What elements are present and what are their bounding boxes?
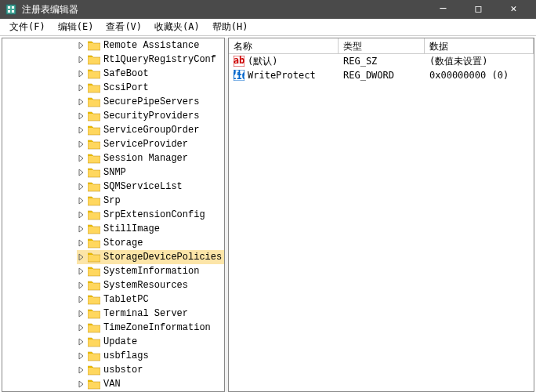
tree-item-label: Srp <box>103 195 121 206</box>
expand-icon[interactable] <box>77 351 86 361</box>
list-row[interactable]: ab(默认)REG_SZ(数值未设置) <box>229 54 534 68</box>
minimize-button[interactable]: ─ <box>426 0 461 19</box>
expand-icon[interactable] <box>77 69 86 78</box>
expand-icon[interactable] <box>77 97 86 107</box>
close-button[interactable]: ✕ <box>496 0 531 19</box>
tree-item[interactable]: ScsiPort <box>77 81 224 95</box>
tree-item[interactable]: VAN <box>77 377 224 391</box>
maximize-button[interactable]: □ <box>461 0 496 19</box>
tree-item[interactable]: TabletPC <box>77 292 224 307</box>
tree-item-label: StorageDevicePolicies <box>103 252 222 263</box>
expand-icon[interactable] <box>77 379 86 389</box>
expand-icon[interactable] <box>77 238 86 248</box>
value-name: WriteProtect <box>248 70 316 81</box>
expand-icon[interactable] <box>77 154 86 163</box>
expand-icon[interactable] <box>77 55 86 64</box>
folder-icon <box>88 252 100 263</box>
tree-item[interactable]: SrpExtensionConfig <box>77 208 224 222</box>
expand-icon[interactable] <box>77 323 86 332</box>
column-data[interactable]: 数据 <box>425 38 534 53</box>
tree-item-label: usbflags <box>103 350 149 361</box>
folder-icon <box>88 125 100 136</box>
menu-favorites[interactable]: 收藏夹(A) <box>148 19 206 35</box>
tree-item-label: SQMServiceList <box>103 181 183 192</box>
tree-item[interactable]: StillImage <box>77 222 224 236</box>
folder-icon <box>88 308 100 319</box>
expand-icon[interactable] <box>77 224 86 234</box>
tree-item[interactable]: StorageDevicePolicies <box>77 250 224 264</box>
tree-item-label: Session Manager <box>103 153 188 164</box>
tree-item[interactable]: RtlQueryRegistryConf <box>77 53 224 67</box>
folder-icon <box>88 181 100 192</box>
value-data: (数值未设置) <box>425 54 534 69</box>
tree-item[interactable]: ServiceProvider <box>77 137 224 151</box>
value-type: REG_SZ <box>339 55 425 67</box>
menu-view[interactable]: 查看(V) <box>100 19 148 35</box>
folder-icon <box>88 167 100 178</box>
tree-item[interactable]: SNMP <box>77 165 224 180</box>
expand-icon[interactable] <box>77 41 86 50</box>
folder-icon <box>88 336 100 347</box>
menu-help[interactable]: 帮助(H) <box>206 19 255 35</box>
tree-item-label: Storage <box>103 238 143 249</box>
tree-item-label: ServiceGroupOrder <box>103 125 199 136</box>
tree-item[interactable]: usbstor <box>77 363 224 377</box>
tree-item-label: ScsiPort <box>103 82 149 93</box>
expand-icon[interactable] <box>77 295 86 304</box>
tree-item[interactable]: SystemResources <box>77 278 224 292</box>
tree-item[interactable]: ServiceGroupOrder <box>77 123 224 137</box>
tree-item[interactable]: SecurityProviders <box>77 109 224 123</box>
tree-item[interactable]: SQMServiceList <box>77 180 224 194</box>
tree-item-label: RtlQueryRegistryConf <box>103 54 216 65</box>
tree-item-label: SystemResources <box>103 280 188 291</box>
expand-icon[interactable] <box>77 281 86 290</box>
folder-icon <box>88 266 100 277</box>
expand-icon[interactable] <box>77 111 86 121</box>
string-value-icon: ab <box>234 56 244 67</box>
expand-icon[interactable] <box>77 252 86 262</box>
expand-icon[interactable] <box>77 140 86 149</box>
column-type[interactable]: 类型 <box>339 38 425 53</box>
tree-item[interactable]: usbflags <box>77 349 224 363</box>
tree-item[interactable]: Remote Assistance <box>77 38 224 53</box>
folder-icon <box>88 238 100 249</box>
expand-icon[interactable] <box>77 83 86 93</box>
list-row[interactable]: 011110WriteProtectREG_DWORD0x00000000 (0… <box>229 68 534 82</box>
tree-item[interactable]: TimeZoneInformation <box>77 321 224 335</box>
expand-icon[interactable] <box>77 168 86 177</box>
folder-icon <box>88 223 100 234</box>
tree-item[interactable]: Session Manager <box>77 151 224 165</box>
folder-icon <box>88 195 100 206</box>
menu-edit[interactable]: 编辑(E) <box>52 19 100 35</box>
expand-icon[interactable] <box>77 337 86 347</box>
expand-icon[interactable] <box>77 210 86 220</box>
titlebar[interactable]: 注册表编辑器 ─ □ ✕ <box>0 0 536 19</box>
expand-icon[interactable] <box>77 309 86 318</box>
folder-icon <box>88 365 100 376</box>
expand-icon[interactable] <box>77 125 86 135</box>
column-name[interactable]: 名称 <box>229 38 339 53</box>
svg-rect-1 <box>8 6 10 9</box>
tree-item[interactable]: Update <box>77 335 224 349</box>
tree-item-label: StillImage <box>103 223 160 234</box>
value-type: REG_DWORD <box>339 69 425 82</box>
expand-icon[interactable] <box>77 365 86 375</box>
tree-item[interactable]: SystemInformation <box>77 264 224 278</box>
tree-item[interactable]: SecurePipeServers <box>77 95 224 109</box>
tree-item[interactable]: SafeBoot <box>77 67 224 81</box>
expand-icon[interactable] <box>77 267 86 276</box>
svg-rect-3 <box>8 10 10 13</box>
svg-text:ab: ab <box>234 56 244 66</box>
tree-item[interactable]: Terminal Server <box>77 307 224 321</box>
tree-pane[interactable]: Remote AssistanceRtlQueryRegistryConfSaf… <box>2 38 225 392</box>
expand-icon[interactable] <box>77 196 86 205</box>
menu-file[interactable]: 文件(F) <box>3 19 52 35</box>
svg-text:110: 110 <box>234 71 244 81</box>
tree-item-label: SystemInformation <box>103 266 199 277</box>
tree-item[interactable]: Storage <box>77 236 224 250</box>
tree-item[interactable]: Srp <box>77 194 224 208</box>
list-pane[interactable]: 名称 类型 数据 ab(默认)REG_SZ(数值未设置)011110WriteP… <box>228 38 534 392</box>
svg-rect-0 <box>6 5 16 14</box>
expand-icon[interactable] <box>77 182 86 191</box>
content-area: Remote AssistanceRtlQueryRegistryConfSaf… <box>0 36 536 392</box>
